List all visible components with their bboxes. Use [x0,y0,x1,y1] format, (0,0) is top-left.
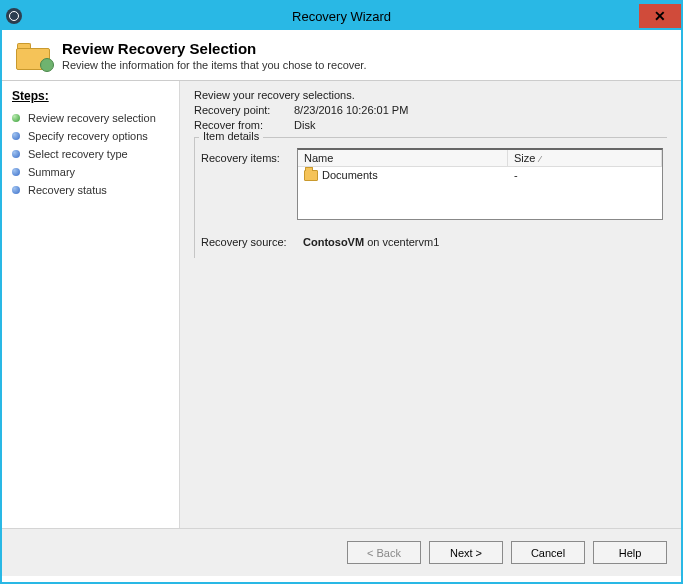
folder-icon [304,170,318,181]
recovery-point-label: Recovery point: [194,104,294,116]
steps-heading: Steps: [12,89,179,103]
steps-sidebar: Steps: Review recovery selection Specify… [2,81,180,528]
recovery-items-label: Recovery items: [201,148,297,220]
step-current-icon [12,114,20,122]
step-select-recovery-type[interactable]: Select recovery type [12,145,179,163]
close-icon: ✕ [654,8,666,24]
app-icon [6,8,22,24]
recover-from-value: Disk [294,119,315,131]
back-button[interactable]: < Back [347,541,421,564]
next-button[interactable]: Next > [429,541,503,564]
step-specify-recovery-options[interactable]: Specify recovery options [12,127,179,145]
cancel-button[interactable]: Cancel [511,541,585,564]
intro-text: Review your recovery selections. [194,89,667,101]
step-pending-icon [12,186,20,194]
step-recovery-status[interactable]: Recovery status [12,181,179,199]
item-details-legend: Item details [199,130,263,142]
help-button[interactable]: Help [593,541,667,564]
wizard-header: Review Recovery Selection Review the inf… [2,30,681,80]
step-label: Select recovery type [28,148,128,160]
recovery-source-value: ContosoVM on vcentervm1 [303,236,439,248]
step-review-recovery-selection[interactable]: Review recovery selection [12,109,179,127]
page-subtitle: Review the information for the items tha… [62,59,366,71]
step-pending-icon [12,132,20,140]
step-pending-icon [12,150,20,158]
step-label: Recovery status [28,184,107,196]
close-button[interactable]: ✕ [639,4,681,28]
step-label: Specify recovery options [28,130,148,142]
main-panel: Review your recovery selections. Recover… [180,81,681,528]
sort-asc-icon: ∕ [539,154,541,164]
item-details-group: Item details Recovery items: Name Size∕ … [194,137,667,258]
step-label: Review recovery selection [28,112,156,124]
page-title: Review Recovery Selection [62,40,366,57]
window-title: Recovery Wizard [2,9,681,24]
recovery-source-label: Recovery source: [201,236,303,248]
folder-recovery-icon [16,42,52,72]
column-header-size[interactable]: Size∕ [508,150,662,166]
column-header-name[interactable]: Name [298,150,508,166]
step-pending-icon [12,168,20,176]
row-size: - [514,169,656,181]
table-row[interactable]: Documents - [298,167,662,183]
row-name: Documents [322,169,378,181]
step-label: Summary [28,166,75,178]
recovery-items-table[interactable]: Name Size∕ Documents - [297,148,663,220]
step-summary[interactable]: Summary [12,163,179,181]
wizard-footer: < Back Next > Cancel Help [2,528,681,576]
recovery-point-value: 8/23/2016 10:26:01 PM [294,104,408,116]
titlebar: Recovery Wizard ✕ [2,2,681,30]
